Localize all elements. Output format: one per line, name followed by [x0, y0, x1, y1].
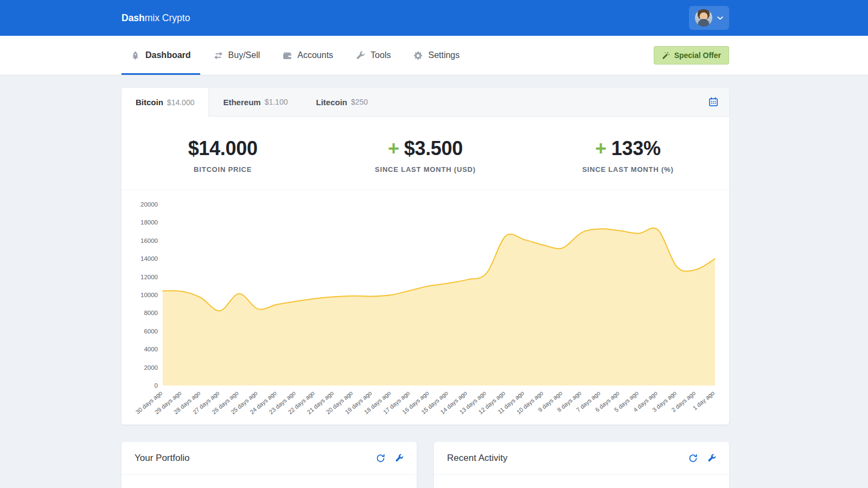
- svg-text:18000: 18000: [141, 219, 158, 226]
- svg-text:14000: 14000: [141, 255, 158, 262]
- main-content: Bitcoin $14.000 Ethereum $1.100 Litecoin…: [122, 75, 729, 488]
- panel-header: Recent Activity: [434, 442, 729, 475]
- user-menu-button[interactable]: [689, 6, 729, 30]
- magic-wand-icon: [662, 52, 670, 60]
- main-nav: Dashboard Buy/Sell Accounts Tools Settin…: [0, 36, 868, 75]
- special-offer-label: Special Offer: [674, 51, 721, 60]
- refresh-button[interactable]: [688, 454, 698, 463]
- stat-label: BITCOIN PRICE: [122, 165, 324, 174]
- refresh-icon: [376, 454, 385, 463]
- stat-number: $14.000: [188, 137, 258, 159]
- app-header: Dashmix Crypto: [0, 0, 868, 36]
- recent-activity-card: Recent Activity: [434, 442, 729, 488]
- panel-body: [122, 475, 417, 488]
- special-offer-button[interactable]: Special Offer: [654, 46, 729, 65]
- nav-item-settings[interactable]: Settings: [404, 36, 469, 75]
- area-chart: 0200040006000800010000120001400016000180…: [135, 190, 716, 423]
- stat-prefix: +: [595, 137, 607, 159]
- svg-text:4000: 4000: [144, 346, 158, 352]
- svg-text:0: 0: [155, 382, 158, 389]
- rocket-icon: [131, 51, 140, 60]
- svg-text:6000: 6000: [144, 328, 158, 335]
- coin-price: $250: [351, 98, 368, 106]
- stat-since-last-month-pct: +133% SINCE LAST MONTH (%): [527, 137, 729, 174]
- svg-text:12000: 12000: [141, 274, 158, 280]
- wrench-icon: [707, 454, 716, 463]
- stat-number: 133%: [611, 137, 661, 159]
- gear-icon: [413, 51, 423, 60]
- nav-label: Dashboard: [145, 50, 191, 60]
- panel-title: Your Portfolio: [135, 453, 189, 464]
- svg-text:2000: 2000: [144, 364, 158, 371]
- wrench-icon: [395, 454, 404, 463]
- svg-text:10000: 10000: [141, 292, 158, 298]
- calendar-icon: [709, 97, 718, 107]
- portfolio-card: Your Portfolio: [122, 442, 417, 488]
- panel-body: [434, 475, 729, 488]
- coin-price: $1.100: [265, 98, 288, 106]
- panel-actions: [376, 454, 404, 463]
- coin-tabs: Bitcoin $14.000 Ethereum $1.100 Litecoin…: [122, 88, 729, 117]
- stat-value: $14.000: [122, 137, 324, 160]
- stat-since-last-month-usd: +$3.500 SINCE LAST MONTH (USD): [324, 137, 526, 174]
- nav-item-dashboard[interactable]: Dashboard: [122, 36, 200, 75]
- nav-item-accounts[interactable]: Accounts: [273, 36, 342, 75]
- calendar-button[interactable]: [709, 97, 718, 107]
- stat-bitcoin-price: $14.000 BITCOIN PRICE: [122, 137, 324, 174]
- nav-item-tools[interactable]: Tools: [347, 36, 400, 75]
- nav-label: Tools: [371, 50, 391, 60]
- tab-ethereum[interactable]: Ethereum $1.100: [209, 88, 302, 116]
- coin-name: Bitcoin: [136, 98, 163, 107]
- bottom-row: Your Portfolio R: [122, 442, 729, 488]
- refresh-icon: [688, 454, 698, 463]
- panel-title: Recent Activity: [447, 453, 508, 464]
- svg-text:20000: 20000: [141, 201, 158, 208]
- panel-actions: [688, 454, 716, 463]
- wallet-icon: [283, 51, 292, 60]
- stat-value: +$3.500: [324, 137, 526, 160]
- brand-bold: Dash: [122, 12, 145, 23]
- brand-rest: mix Crypto: [145, 12, 190, 23]
- stats-row: $14.000 BITCOIN PRICE +$3.500 SINCE LAST…: [122, 117, 729, 190]
- avatar: [695, 9, 712, 27]
- nav-item-buy-sell[interactable]: Buy/Sell: [205, 36, 270, 75]
- swap-arrows-icon: [214, 51, 223, 60]
- tab-litecoin[interactable]: Litecoin $250: [302, 88, 382, 116]
- panel-header: Your Portfolio: [122, 442, 417, 475]
- chevron-down-icon: [717, 16, 723, 20]
- svg-text:8000: 8000: [144, 310, 158, 316]
- brand-logo[interactable]: Dashmix Crypto: [122, 12, 190, 24]
- stat-label: SINCE LAST MONTH (%): [527, 165, 729, 174]
- svg-text:16000: 16000: [141, 237, 158, 244]
- stat-label: SINCE LAST MONTH (USD): [324, 165, 526, 174]
- bitcoin-overview-card: Bitcoin $14.000 Ethereum $1.100 Litecoin…: [122, 88, 729, 425]
- coin-name: Litecoin: [316, 98, 347, 107]
- tab-bitcoin[interactable]: Bitcoin $14.000: [122, 88, 209, 117]
- stat-value: +133%: [527, 137, 729, 160]
- panel-settings-button[interactable]: [395, 454, 404, 463]
- coin-price: $14.000: [167, 98, 195, 107]
- panel-settings-button[interactable]: [707, 454, 716, 463]
- nav-label: Accounts: [297, 50, 333, 60]
- coin-name: Ethereum: [223, 98, 260, 107]
- nav-label: Settings: [428, 50, 459, 60]
- wrench-icon: [356, 51, 365, 60]
- stat-number: $3.500: [404, 137, 463, 159]
- refresh-button[interactable]: [376, 454, 385, 463]
- stat-prefix: +: [388, 137, 399, 159]
- nav-label: Buy/Sell: [228, 50, 260, 60]
- bitcoin-price-chart: 0200040006000800010000120001400016000180…: [122, 190, 729, 425]
